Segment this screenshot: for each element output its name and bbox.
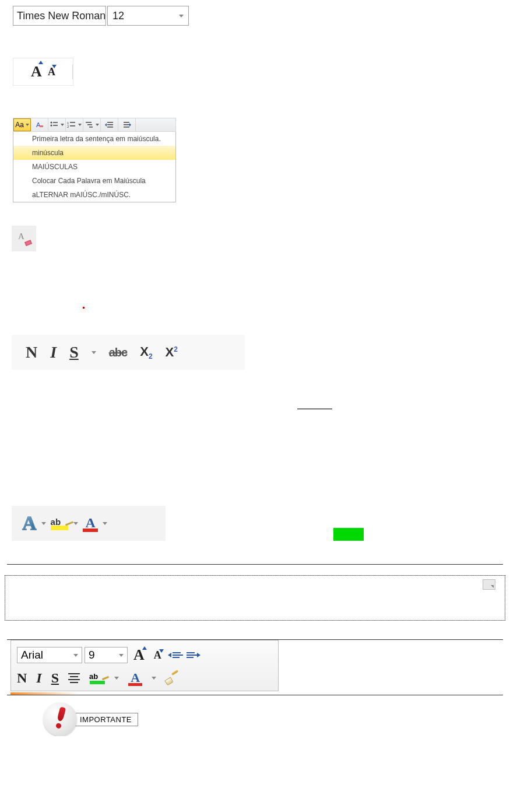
case-lowercase-item[interactable]: minúscula: [13, 146, 175, 160]
font-group-launcher-box: [5, 575, 505, 621]
multilevel-list-button[interactable]: [83, 118, 101, 131]
chevron-down-icon[interactable]: [114, 677, 119, 680]
mini-shrink-font-button[interactable]: A: [154, 649, 161, 662]
clear-formatting-toolbar-button[interactable]: A: [31, 118, 48, 131]
chevron-down-icon: [96, 124, 99, 126]
superscript-button[interactable]: X2: [166, 345, 178, 360]
highlight-button[interactable]: ab: [51, 517, 69, 530]
change-case-button[interactable]: Aa: [13, 118, 31, 131]
text-effects-group: A ab A: [12, 506, 166, 541]
bullets-button[interactable]: [48, 118, 66, 131]
chevron-down-icon: [73, 654, 78, 657]
grow-shrink-font-group: A A: [13, 58, 73, 86]
svg-rect-1: [40, 125, 43, 127]
font-selector-row: Times New Roman 12: [13, 6, 510, 26]
lines-icon: [173, 652, 183, 658]
font-size-dropdown[interactable]: 12: [107, 6, 189, 26]
change-case-label: Aa: [15, 121, 24, 129]
divider: [7, 564, 503, 565]
arrow-left-icon: [168, 653, 171, 657]
arrow-right-icon: [197, 653, 201, 657]
decorative-dot: [83, 307, 85, 309]
grow-font-label: A: [31, 63, 42, 80]
decrease-indent-button[interactable]: [101, 118, 118, 131]
highlight-green-swatch: [90, 681, 105, 684]
chevron-down-icon[interactable]: [152, 677, 156, 680]
clear-formatting-button[interactable]: A: [12, 226, 36, 251]
chevron-down-icon: [26, 124, 29, 126]
svg-rect-13: [107, 122, 113, 123]
chevron-down-icon: [78, 124, 82, 126]
clear-format-icon: A: [35, 121, 44, 129]
case-sentence-item[interactable]: Primeira letra da sentença em maiúscula.: [13, 132, 175, 146]
lines-icon: [187, 652, 197, 658]
svg-rect-18: [124, 124, 129, 125]
svg-text:A: A: [36, 121, 41, 128]
numbering-button[interactable]: 12: [66, 118, 83, 131]
svg-text:2: 2: [67, 125, 69, 128]
font-size-value: 12: [112, 10, 124, 22]
case-capitalize-item[interactable]: Colocar Cada Palavra em Maiúscula: [13, 174, 175, 188]
svg-rect-7: [70, 122, 75, 123]
mini-increase-indent-button[interactable]: [186, 649, 202, 662]
mini-decrease-indent-button[interactable]: [167, 649, 184, 662]
shrink-font-button[interactable]: A: [48, 66, 55, 78]
change-case-menu: Primeira letra da sentença em maiúscula.…: [13, 132, 176, 202]
bullets-icon: [50, 121, 59, 129]
mini-italic-button[interactable]: I: [36, 670, 41, 686]
mini-font-color-button[interactable]: A: [128, 670, 142, 686]
chevron-down-icon: [105, 15, 106, 18]
svg-rect-10: [86, 122, 92, 123]
grow-font-button[interactable]: A: [31, 63, 42, 80]
clear-formatting-icon: A: [18, 233, 30, 244]
text-effects-button[interactable]: A: [22, 512, 37, 534]
svg-point-4: [51, 125, 52, 127]
mini-underline-button[interactable]: S: [51, 670, 59, 686]
mini-highlight-button[interactable]: ab: [89, 672, 105, 684]
svg-rect-5: [53, 125, 58, 126]
divider: [7, 695, 503, 695]
dialog-launcher-icon: [491, 585, 494, 588]
mini-center-align-button[interactable]: [68, 673, 80, 683]
chevron-down-icon: [61, 124, 64, 126]
subscript-button[interactable]: X2: [140, 344, 152, 360]
case-uppercase-item[interactable]: MAIÚSCULAS: [13, 160, 175, 174]
font-name-value: Times New Roman: [17, 10, 105, 22]
italic-button[interactable]: I: [50, 343, 57, 362]
mini-bold-button[interactable]: N: [17, 670, 27, 686]
svg-marker-20: [129, 123, 131, 127]
chevron-down-icon[interactable]: [73, 522, 78, 525]
case-toggle-item[interactable]: aLTERNAR mAIÚSC./mINÚSC.: [13, 188, 175, 202]
brush-handle-icon: [171, 670, 178, 676]
numbering-icon: 12: [67, 121, 76, 129]
mini-font-name-dropdown[interactable]: Arial: [17, 647, 82, 663]
mini-font-size-dropdown[interactable]: 9: [85, 647, 128, 663]
chevron-down-icon[interactable]: [103, 522, 107, 525]
font-color-red-swatch: [83, 528, 98, 532]
decorative-line: [297, 408, 332, 410]
exclamation-icon: [54, 706, 66, 732]
chevron-down-icon: [179, 15, 184, 18]
chevron-down-icon: [119, 654, 124, 657]
font-name-dropdown[interactable]: Times New Roman: [13, 6, 106, 26]
triangle-down-icon: [159, 649, 164, 653]
mini-highlight-label: ab: [89, 672, 98, 681]
font-style-group: N I S abc X2 X2: [12, 335, 245, 370]
brush-bristles-icon: [164, 677, 173, 686]
svg-rect-19: [124, 127, 129, 128]
decrease-indent-icon: [105, 121, 114, 129]
underline-button[interactable]: S: [69, 343, 79, 362]
font-color-button[interactable]: A: [83, 515, 98, 532]
mini-toolbar-row2: N I S ab A: [17, 666, 272, 687]
increase-indent-button[interactable]: [118, 118, 136, 131]
bold-button[interactable]: N: [26, 343, 37, 362]
chevron-down-icon[interactable]: [92, 351, 96, 354]
mini-format-painter-button[interactable]: [166, 671, 178, 684]
chevron-down-icon[interactable]: [41, 522, 46, 525]
strikethrough-button[interactable]: abc: [109, 346, 127, 359]
change-case-toolbar: Aa A 12: [13, 118, 176, 132]
dialog-launcher-button[interactable]: [483, 579, 495, 590]
pen-icon: [102, 676, 109, 680]
pen-icon: [65, 521, 73, 526]
mini-grow-font-button[interactable]: A: [133, 646, 145, 664]
